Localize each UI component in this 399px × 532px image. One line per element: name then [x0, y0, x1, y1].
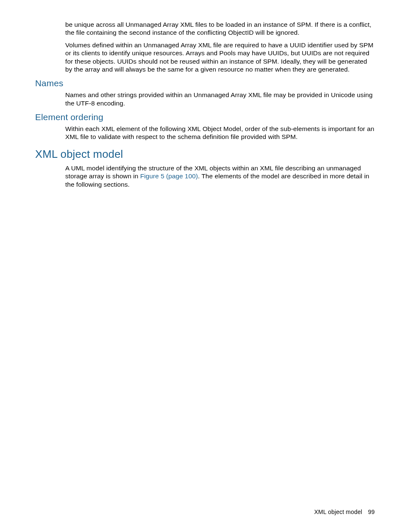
- figure-link[interactable]: Figure 5 (page 100): [140, 172, 198, 180]
- heading-names: Names: [35, 78, 375, 88]
- heading-xml-object-model: XML object model: [35, 148, 375, 161]
- page-footer: XML object model99: [314, 509, 375, 515]
- body-paragraph-objectid: be unique across all Unmanaged Array XML…: [65, 21, 375, 37]
- heading-element-ordering: Element ordering: [35, 112, 375, 122]
- footer-page-number: 99: [368, 509, 375, 515]
- body-paragraph-names: Names and other strings provided within …: [65, 91, 375, 107]
- body-paragraph-element-ordering: Within each XML element of the following…: [65, 125, 375, 141]
- footer-section-label: XML object model: [314, 509, 362, 515]
- body-paragraph-uuid: Volumes defined within an Unmanaged Arra…: [65, 41, 375, 74]
- body-paragraph-xml-object-model: A UML model identifying the structure of…: [65, 164, 375, 188]
